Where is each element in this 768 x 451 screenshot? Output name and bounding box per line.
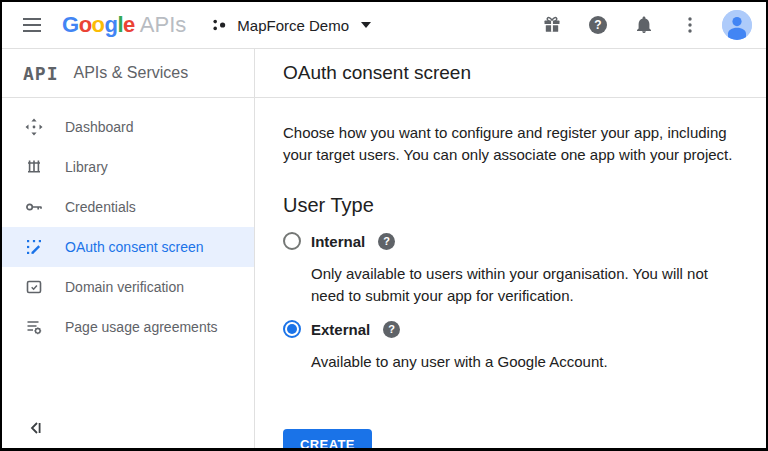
radio-internal-control[interactable] bbox=[283, 232, 301, 250]
sidebar: API APIs & Services Dashboard bbox=[2, 49, 255, 448]
sidebar-item-page-usage-agreements[interactable]: Page usage agreements bbox=[2, 307, 254, 347]
sidebar-item-oauth-consent-screen[interactable]: OAuth consent screen bbox=[2, 227, 254, 267]
topbar-actions: ? bbox=[518, 10, 752, 40]
google-cloud-console-window: Google APIs MapForce Demo bbox=[0, 0, 768, 451]
logo-letter: e bbox=[123, 12, 135, 37]
logo-letter: o bbox=[79, 12, 92, 37]
page-title: OAuth consent screen bbox=[283, 62, 471, 84]
domain-verification-icon bbox=[25, 278, 43, 296]
sidebar-item-domain-verification[interactable]: Domain verification bbox=[2, 267, 254, 307]
sidebar-item-library[interactable]: Library bbox=[2, 147, 254, 187]
intro-text: Choose how you want to configure and reg… bbox=[283, 122, 738, 166]
dashboard-icon bbox=[25, 118, 43, 136]
sidebar-nav: Dashboard Library bbox=[2, 98, 254, 347]
external-description: Available to any user with a Google Acco… bbox=[311, 351, 738, 373]
collapse-sidebar-icon[interactable] bbox=[26, 418, 46, 438]
library-icon bbox=[25, 158, 43, 176]
consent-screen-icon bbox=[25, 238, 43, 256]
radio-option-internal[interactable]: Internal ? bbox=[283, 231, 738, 251]
sidebar-item-label: Page usage agreements bbox=[65, 319, 218, 335]
sidebar-title: APIs & Services bbox=[74, 64, 189, 82]
sidebar-item-label: OAuth consent screen bbox=[65, 239, 204, 255]
more-vert-icon[interactable] bbox=[678, 13, 702, 37]
sidebar-item-credentials[interactable]: Credentials bbox=[2, 187, 254, 227]
main-content: OAuth consent screen Choose how you want… bbox=[255, 49, 766, 448]
logo-letter: G bbox=[62, 12, 79, 37]
radio-external-label: External bbox=[311, 321, 370, 338]
sidebar-item-dashboard[interactable]: Dashboard bbox=[2, 107, 254, 147]
user-type-heading: User Type bbox=[283, 194, 738, 217]
sidebar-item-label: Library bbox=[65, 159, 108, 175]
logo-letter: o bbox=[92, 12, 105, 37]
page-usage-icon bbox=[25, 318, 43, 336]
help-icon[interactable]: ? bbox=[383, 321, 400, 338]
radio-internal-label: Internal bbox=[311, 233, 365, 250]
sidebar-brand: API APIs & Services bbox=[2, 49, 254, 98]
page-title-bar: OAuth consent screen bbox=[255, 49, 766, 98]
project-name: MapForce Demo bbox=[237, 17, 349, 34]
menu-icon[interactable] bbox=[20, 13, 44, 37]
project-selector[interactable]: MapForce Demo bbox=[212, 16, 371, 34]
logo-letter: g bbox=[105, 12, 118, 37]
api-logo: API bbox=[23, 63, 59, 84]
gift-icon[interactable] bbox=[540, 13, 564, 37]
help-icon[interactable]: ? bbox=[378, 233, 395, 250]
radio-option-external[interactable]: External ? bbox=[283, 319, 738, 339]
top-bar: Google APIs MapForce Demo bbox=[2, 2, 766, 49]
radio-external-control[interactable] bbox=[283, 320, 301, 338]
create-button[interactable]: CREATE bbox=[283, 429, 372, 448]
internal-description: Only available to users within your orga… bbox=[311, 263, 738, 307]
google-apis-logo: Google APIs bbox=[62, 12, 186, 38]
logo-suffix: APIs bbox=[140, 12, 186, 38]
page-content: Choose how you want to configure and reg… bbox=[255, 98, 766, 448]
sidebar-item-label: Dashboard bbox=[65, 119, 134, 135]
avatar[interactable] bbox=[722, 10, 752, 40]
project-icon bbox=[212, 16, 228, 34]
notifications-icon[interactable] bbox=[632, 13, 656, 37]
chevron-down-icon bbox=[361, 22, 371, 28]
sidebar-item-label: Credentials bbox=[65, 199, 136, 215]
sidebar-item-label: Domain verification bbox=[65, 279, 184, 295]
key-icon bbox=[25, 198, 43, 216]
help-icon[interactable]: ? bbox=[586, 13, 610, 37]
